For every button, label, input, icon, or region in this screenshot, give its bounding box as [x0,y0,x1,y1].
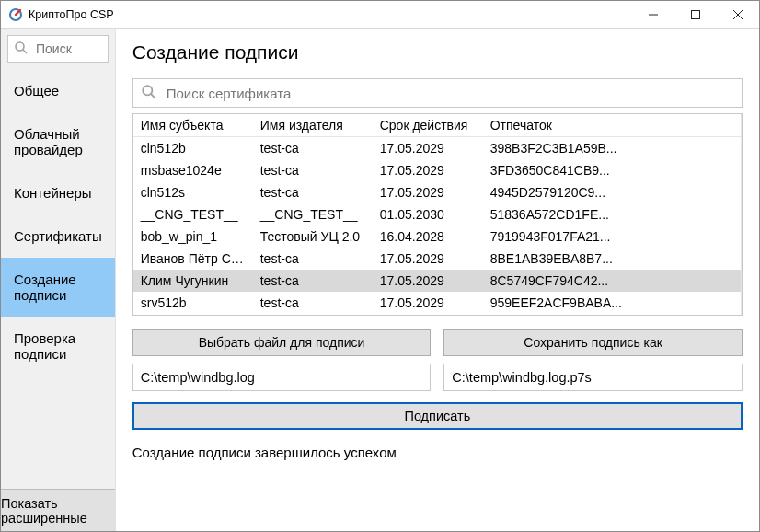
table-row[interactable]: cln512stest-ca17.05.20294945D2579120C9..… [133,181,741,203]
svg-line-6 [23,50,27,53]
sign-button[interactable]: Подписать [132,402,743,430]
certificate-search-input[interactable] [165,85,734,102]
cell-subject: bob_w_pin_1 [133,226,253,248]
cell-issuer: test-ca [253,248,373,270]
col-header-subject[interactable]: Имя субъекта [133,114,253,137]
signature-file-path-input[interactable] [443,364,743,391]
cell-subject: Иванов Пётр Серг... [133,248,253,270]
cell-thumbprint: 959EEF2ACF9BABA... [483,292,741,314]
sidebar-item-label: Облачный провайдер [14,126,83,157]
cell-thumbprint: 7919943F017FA21... [483,226,741,248]
cell-subject: srv512b [133,292,253,314]
col-header-thumbprint[interactable]: Отпечаток [483,114,741,137]
svg-line-8 [151,94,155,98]
table-row[interactable]: Admin for Rational...Crypto-Pro Intern..… [133,314,741,315]
sidebar-nav: Общее Облачный провайдер Контейнеры Серт… [1,69,115,376]
button-label: Сохранить подпись как [524,335,662,350]
sidebar-search[interactable] [7,35,109,63]
cell-expiry: 17.05.2029 [373,270,483,292]
window-title: КриптоПро CSP [29,8,632,21]
status-text: Создание подписи завершилось успехом [132,445,743,460]
certificate-table: Имя субъекта Имя издателя Срок действия … [132,113,743,316]
cell-subject: msbase1024e [133,159,253,181]
maximize-button[interactable] [674,1,717,28]
svg-rect-2 [692,10,700,18]
cell-thumbprint: 95F9E587C802CD... [483,314,741,315]
app-window: КриптоПро CSP Об [0,0,760,532]
table-row[interactable]: msbase1024etest-ca17.05.20293FD3650C841C… [133,159,741,181]
cell-issuer: test-ca [253,137,373,160]
table-row[interactable]: bob_w_pin_1Тестовый УЦ 2.016.04.20287919… [133,226,741,248]
sidebar-item-label: Общее [14,83,59,98]
cell-thumbprint: 8BE1AB39EBA8B7... [483,248,741,270]
sidebar-item-label: Контейнеры [14,185,92,201]
sidebar: Общее Облачный провайдер Контейнеры Серт… [1,29,116,531]
cell-thumbprint: 398B3F2C3B1A59B... [483,137,741,160]
cell-issuer: test-ca [253,292,373,314]
table-row[interactable]: __CNG_TEST____CNG_TEST__01.05.203051836A… [133,203,741,226]
cell-issuer: Тестовый УЦ 2.0 [253,226,373,248]
search-icon [14,40,29,58]
cell-expiry: 17.05.2029 [373,137,483,160]
certificate-search[interactable] [132,78,743,108]
source-file-path-input[interactable] [132,364,432,391]
sidebar-item-label: Сертификаты [14,228,102,244]
cell-thumbprint: 3FD3650C841CB9... [483,159,741,181]
col-header-expiry[interactable]: Срок действия [373,114,483,137]
sidebar-item-cloud-provider[interactable]: Облачный провайдер [1,112,115,171]
close-button[interactable] [717,1,759,28]
save-signature-as-button[interactable]: Сохранить подпись как [443,329,743,356]
sidebar-item-verify-signature[interactable]: Проверка подписи [1,317,115,376]
svg-point-7 [143,86,152,95]
sidebar-item-label: Создание подписи [14,272,76,303]
sidebar-item-containers[interactable]: Контейнеры [1,171,115,214]
table-row[interactable]: srv512btest-ca17.05.2029959EEF2ACF9BABA.… [133,292,741,314]
cell-thumbprint: 4945D2579120C9... [483,181,741,203]
cell-subject: cln512s [133,181,253,203]
table-row[interactable]: cln512btest-ca17.05.2029398B3F2C3B1A59B.… [133,137,741,160]
cell-thumbprint: 8C5749CF794C42... [483,270,741,292]
sidebar-search-input[interactable] [34,40,102,57]
button-label: Выбрать файл для подписи [199,335,365,350]
cell-issuer: __CNG_TEST__ [253,203,373,226]
col-header-issuer[interactable]: Имя издателя [253,114,373,137]
table-scrollbar[interactable]: ▲ ▼ [741,114,742,315]
table-header-row: Имя субъекта Имя издателя Срок действия … [133,114,741,137]
cell-issuer: Crypto-Pro Intern... [253,314,373,315]
window-controls [632,1,759,28]
scroll-up-icon[interactable]: ▲ [742,114,743,130]
sidebar-item-certificates[interactable]: Сертификаты [1,214,115,258]
cell-expiry: 20.04.2020 [373,314,483,315]
cell-thumbprint: 51836A572CD1FE... [483,203,741,226]
content-pane: Создание подписи Имя субъекта [116,29,759,531]
sidebar-item-general[interactable]: Общее [1,69,115,112]
cell-expiry: 17.05.2029 [373,159,483,181]
page-title: Создание подписи [132,41,743,64]
minimize-button[interactable] [632,1,674,28]
choose-file-button[interactable]: Выбрать файл для подписи [132,329,432,356]
cell-issuer: test-ca [253,270,373,292]
button-label: Показать расширенные [1,496,115,526]
show-advanced-button[interactable]: Показать расширенные [1,489,115,531]
cell-subject: __CNG_TEST__ [133,203,253,226]
cell-subject: Клим Чугункин [133,270,253,292]
table-row[interactable]: Клим Чугункинtest-ca17.05.20298C5749CF79… [133,270,741,292]
cell-expiry: 17.05.2029 [373,292,483,314]
svg-point-5 [16,42,24,51]
sidebar-item-label: Проверка подписи [14,330,75,362]
cell-issuer: test-ca [253,181,373,203]
sidebar-item-create-signature[interactable]: Создание подписи [1,258,115,317]
cell-expiry: 17.05.2029 [373,248,483,270]
button-label: Подписать [404,409,470,423]
cell-issuer: test-ca [253,159,373,181]
cell-expiry: 01.05.2030 [373,203,483,226]
cell-subject: Admin for Rational... [133,314,253,315]
cell-expiry: 16.04.2028 [373,226,483,248]
app-icon [8,7,23,22]
scroll-down-icon[interactable]: ▼ [742,299,743,315]
search-icon [141,84,157,103]
cell-expiry: 17.05.2029 [373,181,483,203]
title-bar: КриптоПро CSP [1,1,759,29]
cell-subject: cln512b [133,137,253,160]
table-row[interactable]: Иванов Пётр Серг...test-ca17.05.20298BE1… [133,248,741,270]
